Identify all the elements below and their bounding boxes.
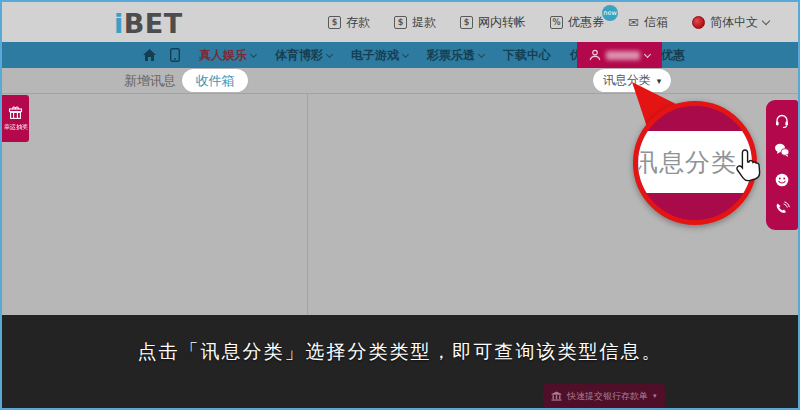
withdraw-icon: $	[394, 16, 407, 29]
quick-submit-label: 快速提交银行存款单	[567, 390, 648, 403]
mobile-icon[interactable]	[170, 48, 180, 62]
quick-submit-deposit-button[interactable]: 快速提交银行存款单 ▾	[543, 384, 665, 408]
tab-new-messages[interactable]: 新增讯息	[124, 72, 176, 90]
home-icon[interactable]	[143, 49, 156, 61]
headset-icon[interactable]	[774, 112, 791, 129]
tutorial-overlay: 点击「讯息分类」选择分类类型，即可查询该类型信息。 快速提交银行存款单 ▾	[2, 315, 798, 408]
transfer-label: 网内转帐	[478, 14, 526, 31]
transfer-link[interactable]: $ 网内转帐	[460, 14, 526, 31]
chevron-down-icon	[478, 50, 485, 57]
logo-i: i	[114, 8, 124, 39]
chevron-down-icon	[762, 16, 770, 24]
lucky-draw-label: 幸运抽奖	[3, 123, 28, 132]
logo[interactable]: iBET	[114, 8, 183, 39]
header-links: $ 存款 $ 提款 $ 网内转帐 % 优惠券 new ✉ 信箱 简	[328, 2, 769, 42]
chevron-down-icon	[326, 50, 333, 57]
chevron-down-icon	[402, 50, 409, 57]
nav-item-live-casino[interactable]: 真人娱乐	[199, 47, 256, 64]
nav-item-lottery[interactable]: 彩票乐透	[427, 47, 484, 64]
coupon-label: 优惠券	[568, 14, 604, 31]
tutorial-instruction: 点击「讯息分类」选择分类类型，即可查询该类型信息。	[2, 339, 798, 365]
hand-cursor-icon	[735, 148, 763, 184]
callout-label: 讯息分类	[633, 146, 737, 179]
user-icon	[589, 49, 601, 61]
language-selector[interactable]: 简体中文	[692, 14, 769, 31]
top-header: iBET $ 存款 $ 提款 $ 网内转帐 % 优惠券 new ✉ 信箱	[2, 2, 798, 42]
withdraw-link[interactable]: $ 提款	[394, 14, 436, 31]
mail-icon: ✉	[628, 16, 639, 29]
mailbox-link[interactable]: ✉ 信箱	[628, 14, 668, 31]
deposit-icon: $	[328, 16, 341, 29]
coupon-link[interactable]: % 优惠券 new	[550, 14, 604, 31]
language-label: 简体中文	[710, 14, 758, 31]
withdraw-label: 提款	[412, 14, 436, 31]
coupon-icon: %	[550, 16, 563, 29]
tab-inbox[interactable]: 收件箱	[182, 69, 248, 92]
lucky-draw-tab[interactable]: 幸运抽奖	[2, 95, 29, 142]
nav-item-download[interactable]: 下载中心	[503, 47, 551, 64]
phone-icon[interactable]	[774, 201, 791, 218]
chevron-down-icon: ▾	[653, 392, 657, 400]
nav-item-slots[interactable]: 电子游戏	[351, 47, 408, 64]
deposit-label: 存款	[346, 14, 370, 31]
main-nav: 真人娱乐 体育博彩 电子游戏 彩票乐透 下载中心 优惠活动 自助优惠	[2, 42, 798, 68]
smiley-icon[interactable]	[774, 171, 791, 188]
user-account-menu[interactable]	[577, 42, 662, 68]
chevron-down-icon	[250, 50, 257, 57]
deposit-link[interactable]: $ 存款	[328, 14, 370, 31]
transfer-icon: $	[460, 16, 473, 29]
horizontal-divider	[2, 93, 798, 94]
page: iBET $ 存款 $ 提款 $ 网内转帐 % 优惠券 new ✉ 信箱	[0, 0, 800, 410]
chevron-down-icon	[644, 50, 651, 57]
username-blurred	[606, 51, 640, 60]
contact-sidebar	[766, 100, 798, 230]
nav-item-sports[interactable]: 体育博彩	[275, 47, 332, 64]
logo-bet: BET	[124, 8, 183, 39]
mailbox-label: 信箱	[644, 14, 668, 31]
chat-icon[interactable]	[774, 142, 791, 159]
new-badge: new	[602, 5, 618, 21]
gift-icon	[8, 105, 23, 120]
china-flag-icon	[692, 16, 705, 29]
bank-icon	[551, 391, 562, 401]
panel-divider	[307, 94, 308, 315]
